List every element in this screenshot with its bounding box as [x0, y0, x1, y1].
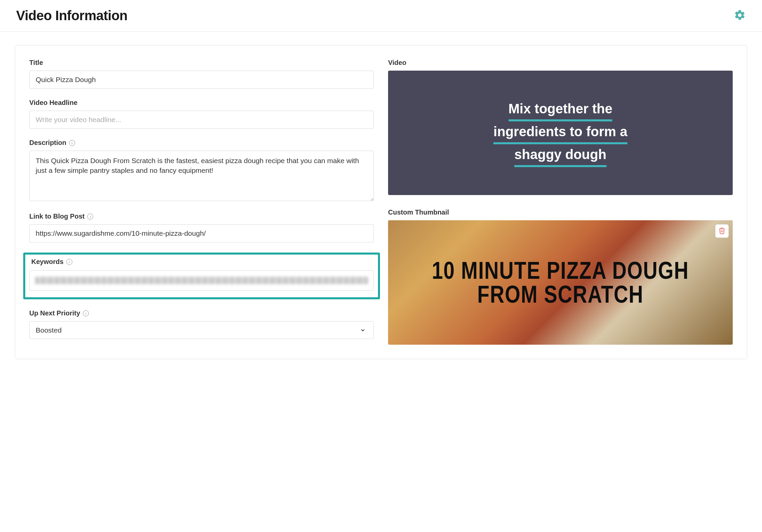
info-icon[interactable]: i: [83, 310, 89, 316]
upnext-select[interactable]: Boosted: [29, 321, 374, 339]
trash-icon: [718, 227, 726, 235]
right-column: Video Mix together the ingredients to fo…: [388, 59, 733, 345]
keywords-blurred-text: [35, 277, 368, 284]
left-column: Title Video Headline Description i This …: [29, 59, 374, 345]
video-line-3: shaggy dough: [514, 144, 606, 167]
keywords-label: Keywords i: [31, 258, 374, 266]
keywords-label-text: Keywords: [31, 258, 64, 266]
headline-field-group: Video Headline: [29, 99, 374, 129]
description-label-text: Description: [29, 139, 66, 147]
description-field-group: Description i This Quick Pizza Dough Fro…: [29, 139, 374, 202]
video-line-1: Mix together the: [509, 99, 613, 121]
title-field-group: Title: [29, 59, 374, 89]
delete-thumbnail-button[interactable]: [715, 224, 729, 238]
video-preview[interactable]: Mix together the ingredients to form a s…: [388, 71, 733, 195]
info-icon[interactable]: i: [87, 214, 93, 220]
thumbnail-overlay: 10 MINUTE PIZZA DOUGH FROM SCRATCH: [388, 220, 733, 345]
link-field-group: Link to Blog Post i: [29, 213, 374, 242]
upnext-field-group: Up Next Priority i Boosted: [29, 309, 374, 339]
link-input[interactable]: [29, 224, 374, 242]
video-info-panel: Title Video Headline Description i This …: [15, 45, 747, 359]
title-label: Title: [29, 59, 374, 67]
link-label-text: Link to Blog Post: [29, 213, 84, 220]
video-preview-text: Mix together the ingredients to form a s…: [493, 99, 627, 167]
video-preview-group: Video Mix together the ingredients to fo…: [388, 59, 733, 195]
link-label: Link to Blog Post i: [29, 213, 374, 220]
thumbnail-label: Custom Thumbnail: [388, 208, 733, 216]
info-icon[interactable]: i: [66, 259, 72, 265]
description-input[interactable]: This Quick Pizza Dough From Scratch is t…: [29, 151, 374, 201]
thumbnail-text: 10 MINUTE PIZZA DOUGH FROM SCRATCH: [422, 259, 699, 306]
keywords-field-group: Keywords i: [23, 253, 380, 299]
upnext-label-text: Up Next Priority: [29, 309, 80, 317]
upnext-select-wrap: Boosted: [29, 321, 374, 339]
headline-input[interactable]: [29, 111, 374, 129]
thumbnail-group: Custom Thumbnail 10 MINUTE PIZZA DOUGH F…: [388, 208, 733, 345]
custom-thumbnail[interactable]: 10 MINUTE PIZZA DOUGH FROM SCRATCH: [388, 220, 733, 345]
keywords-input[interactable]: [29, 270, 374, 291]
video-line-2: ingredients to form a: [493, 121, 627, 144]
info-icon[interactable]: i: [69, 140, 75, 146]
gear-icon[interactable]: [734, 9, 746, 23]
page-title: Video Information: [16, 8, 128, 23]
description-label: Description i: [29, 139, 374, 147]
headline-label: Video Headline: [29, 99, 374, 107]
upnext-label: Up Next Priority i: [29, 309, 374, 317]
title-input[interactable]: [29, 71, 374, 89]
video-label: Video: [388, 59, 733, 67]
page-header: Video Information: [0, 0, 762, 32]
